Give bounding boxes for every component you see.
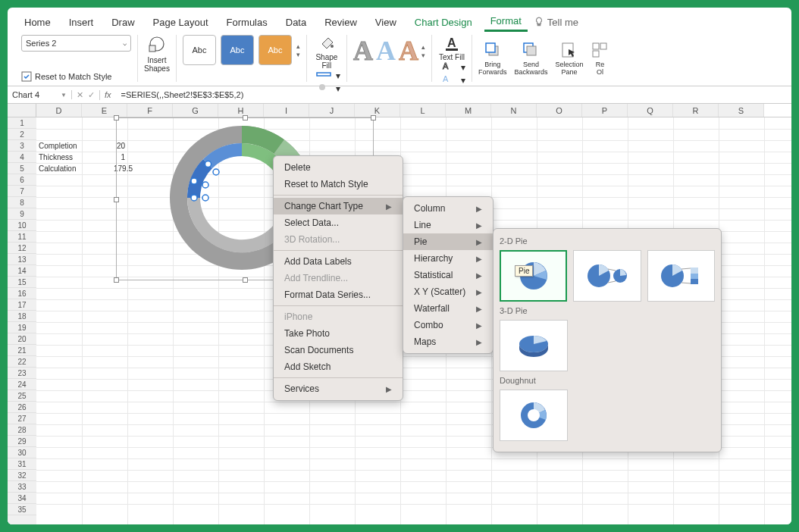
row-35[interactable]: 35	[8, 504, 36, 515]
text-fill-button[interactable]: A Text Fill	[438, 35, 465, 61]
row-21[interactable]: 21	[8, 345, 36, 356]
row-28[interactable]: 28	[8, 424, 36, 436]
menu-services[interactable]: Services▶	[274, 380, 403, 397]
submenu-column[interactable]: Column▶	[403, 200, 493, 217]
shape-outline-button[interactable]: ▾	[316, 70, 340, 81]
tab-data[interactable]: Data	[280, 14, 312, 31]
chart-handle-s[interactable]	[243, 277, 248, 283]
row-16[interactable]: 16	[8, 288, 36, 299]
row-1[interactable]: 1	[8, 117, 36, 129]
row-24[interactable]: 24	[8, 379, 36, 390]
name-box[interactable]: Chart 4 ▼	[8, 90, 72, 99]
row-20[interactable]: 20	[8, 333, 36, 345]
shape-fill-button[interactable]: Shape Fill	[313, 35, 340, 70]
menu-add-data-labels[interactable]: Add Data Labels	[274, 253, 403, 270]
row-14[interactable]: 14	[8, 265, 36, 277]
col-R[interactable]: R	[673, 104, 719, 117]
col-J[interactable]: J	[309, 104, 355, 117]
3d-pie-tile[interactable]	[500, 320, 568, 371]
tab-page-layout[interactable]: Page Layout	[147, 14, 215, 31]
tab-formulas[interactable]: Formulas	[221, 14, 274, 31]
col-Q[interactable]: Q	[628, 104, 673, 117]
chart-handle-sw[interactable]	[114, 277, 119, 283]
tab-draw[interactable]: Draw	[105, 14, 140, 31]
wordart-style-1[interactable]: A	[353, 35, 373, 67]
row-33[interactable]: 33	[8, 481, 36, 493]
col-L[interactable]: L	[400, 104, 446, 117]
tab-home[interactable]: Home	[18, 14, 57, 31]
wordart-style-3[interactable]: A	[399, 35, 418, 67]
row-5[interactable]: 5	[8, 163, 36, 174]
col-P[interactable]: P	[582, 104, 628, 117]
row-30[interactable]: 30	[8, 447, 36, 458]
row-2[interactable]: 2	[8, 129, 36, 140]
doughnut-tile[interactable]	[500, 390, 568, 441]
menu-reset-match-style[interactable]: Reset to Match Style	[274, 176, 403, 192]
row-8[interactable]: 8	[8, 197, 36, 208]
menu-scan-documents[interactable]: Scan Documents	[274, 342, 403, 358]
chart-handle-ne[interactable]	[371, 115, 376, 120]
col-O[interactable]: O	[537, 104, 582, 117]
col-D[interactable]: D	[36, 104, 82, 117]
row-23[interactable]: 23	[8, 368, 36, 379]
chart-element-selector[interactable]: Series 2 ⌵	[21, 35, 131, 52]
row-15[interactable]: 15	[8, 277, 36, 288]
submenu-scatter[interactable]: X Y (Scatter)▶	[403, 283, 493, 300]
col-I[interactable]: I	[264, 104, 309, 117]
row-17[interactable]: 17	[8, 299, 36, 311]
selection-pane-button[interactable]: Selection Pane	[555, 41, 583, 76]
row-3[interactable]: 3	[8, 140, 36, 152]
row-10[interactable]: 10	[8, 220, 36, 231]
menu-change-chart-type[interactable]: Change Chart Type▶	[274, 198, 403, 214]
row-27[interactable]: 27	[8, 413, 36, 424]
submenu-maps[interactable]: Maps▶	[403, 333, 493, 350]
cell-D3[interactable]: Completion	[36, 140, 82, 152]
accept-formula-button[interactable]: ✓	[88, 90, 95, 100]
wordart-style-2[interactable]: A	[376, 35, 396, 67]
bar-of-pie-tile[interactable]	[647, 250, 715, 302]
text-outline-button[interactable]: A▾	[441, 61, 465, 73]
tab-review[interactable]: Review	[318, 14, 363, 31]
cancel-formula-button[interactable]: ✕	[77, 90, 83, 100]
shape-style-2[interactable]: Abc	[221, 35, 254, 65]
insert-shapes-button[interactable]: Insert Shapes	[144, 35, 170, 73]
col-F[interactable]: F	[127, 104, 173, 117]
row-26[interactable]: 26	[8, 402, 36, 413]
tab-insert[interactable]: Insert	[63, 14, 100, 31]
col-S[interactable]: S	[719, 104, 764, 117]
cell-D5[interactable]: Calculation	[36, 163, 82, 174]
send-backward-button[interactable]: Send Backwards	[514, 41, 547, 76]
submenu-statistical[interactable]: Statistical▶	[403, 267, 493, 283]
bring-forward-button[interactable]: Bring Forwards	[478, 41, 507, 76]
wordart-more[interactable]: ▴▾	[421, 43, 425, 59]
tab-view[interactable]: View	[369, 14, 403, 31]
submenu-combo[interactable]: Combo▶	[403, 317, 493, 333]
row-22[interactable]: 22	[8, 356, 36, 368]
submenu-pie[interactable]: Pie▶	[403, 233, 493, 250]
row-29[interactable]: 29	[8, 436, 36, 447]
row-31[interactable]: 31	[8, 458, 36, 470]
menu-add-sketch[interactable]: Add Sketch	[274, 358, 403, 375]
submenu-waterfall[interactable]: Waterfall▶	[403, 300, 493, 317]
col-G[interactable]: G	[173, 104, 218, 117]
worksheet-grid[interactable]: D E F G H I J K L M N O P Q R S 1 2 3 4 …	[8, 104, 791, 524]
reset-match-style-button[interactable]: Reset to Match Style	[21, 71, 131, 82]
tab-chart-design[interactable]: Chart Design	[409, 14, 478, 31]
col-N[interactable]: N	[491, 104, 537, 117]
row-34[interactable]: 34	[8, 493, 36, 504]
row-6[interactable]: 6	[8, 174, 36, 186]
tell-me[interactable]: Tell me	[534, 17, 578, 28]
menu-format-data-series[interactable]: Format Data Series...	[274, 286, 403, 303]
shape-style-more[interactable]: ▴▾	[296, 42, 300, 58]
row-25[interactable]: 25	[8, 390, 36, 402]
chart-handle-w[interactable]	[114, 197, 119, 202]
pie-of-pie-tile[interactable]	[573, 250, 641, 302]
menu-delete[interactable]: Delete	[274, 159, 403, 176]
chart-handle-nw[interactable]	[114, 115, 119, 120]
row-11[interactable]: 11	[8, 231, 36, 243]
col-M[interactable]: M	[446, 104, 491, 117]
submenu-hierarchy[interactable]: Hierarchy▶	[403, 250, 493, 267]
shape-style-1[interactable]: Abc	[183, 35, 216, 65]
row-7[interactable]: 7	[8, 186, 36, 197]
shape-style-3[interactable]: Abc	[258, 35, 292, 65]
